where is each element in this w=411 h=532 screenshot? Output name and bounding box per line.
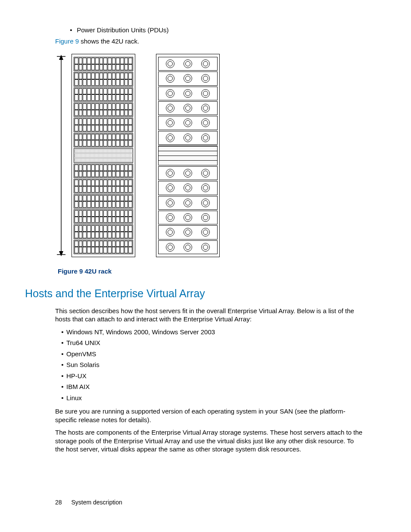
page-number: 28	[55, 499, 62, 506]
section-heading: Hosts and the Enterprise Virtual Array	[25, 286, 363, 301]
svg-marker-2	[59, 251, 63, 256]
support-paragraph: Be sure you are running a supported vers…	[55, 407, 363, 424]
bullet-pdu-text: Power Distribution Units (PDUs)	[77, 26, 168, 34]
list-item: Sun Solaris	[66, 361, 363, 369]
rack-rear-view	[156, 54, 220, 257]
height-arrow	[55, 54, 67, 259]
chapter-title: System description	[71, 499, 122, 506]
os-list: Windows NT, Windows 2000, Windows Server…	[55, 328, 363, 402]
bullet-pdu: Power Distribution Units (PDUs)	[75, 26, 363, 34]
hosts-paragraph: The hosts are components of the Enterpri…	[55, 428, 363, 454]
intro-paragraph: This section describes how the host serv…	[55, 307, 363, 324]
figure-9-link[interactable]: Figure 9	[55, 37, 79, 45]
figure-9	[55, 54, 363, 259]
list-item: Tru64 UNIX	[66, 339, 363, 347]
list-item: IBM AIX	[66, 383, 363, 391]
figure-reference-line: Figure 9 shows the 42U rack.	[55, 37, 363, 46]
list-item: HP-UX	[66, 372, 363, 380]
list-item: Windows NT, Windows 2000, Windows Server…	[66, 328, 363, 336]
figure-caption: Figure 9 42U rack	[58, 267, 363, 276]
figure-reference-rest: shows the 42U rack.	[79, 37, 139, 45]
list-item: Linux	[66, 394, 363, 402]
page-footer: 28 System description	[55, 498, 122, 506]
list-item: OpenVMS	[66, 350, 363, 358]
svg-marker-1	[59, 55, 63, 60]
rack-front-view	[72, 54, 135, 257]
